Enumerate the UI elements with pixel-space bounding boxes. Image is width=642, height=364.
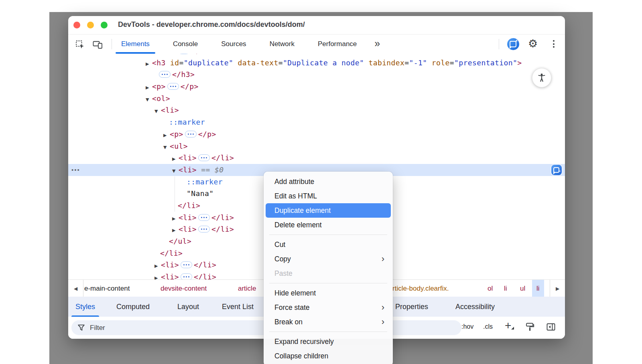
- menu-item-label: Expand recursively: [274, 338, 334, 346]
- dom-tree-row[interactable]: ▼<ul>: [68, 140, 565, 152]
- expand-arrow-icon[interactable]: ▼: [146, 94, 152, 106]
- zoom-window-button[interactable]: [101, 22, 108, 28]
- expand-arrow-icon[interactable]: ▶: [154, 260, 161, 272]
- ellipsis-expand-pill[interactable]: [185, 131, 197, 138]
- expand-arrow-icon[interactable]: ▶: [172, 213, 179, 225]
- window-titlebar[interactable]: DevTools - developer.chrome.com/docs/dev…: [68, 16, 565, 34]
- ellipsis-expand-pill[interactable]: [198, 154, 210, 161]
- dom-tree-row[interactable]: ▶<p></p>: [68, 81, 565, 93]
- inspect-element-button[interactable]: [75, 39, 85, 50]
- code-token: </ul>: [169, 237, 191, 245]
- chevron-right-icon: ▶: [556, 286, 559, 291]
- close-window-button[interactable]: [73, 22, 80, 28]
- tab-performance[interactable]: Performance: [318, 40, 357, 48]
- funnel-icon: [77, 324, 85, 332]
- code-token: </li>: [194, 261, 216, 269]
- tab-elements[interactable]: Elements: [121, 40, 150, 48]
- code-token: =: [278, 59, 283, 67]
- code-token: id: [166, 59, 179, 67]
- ellipsis-expand-pill[interactable]: [181, 261, 192, 268]
- ai-badge-icon[interactable]: ✦: [551, 165, 562, 175]
- sparkle-icon: ✦: [515, 39, 518, 43]
- menu-item-add-attribute[interactable]: Add attribute: [266, 174, 391, 189]
- breadcrumb-item-rticle-body-clearfix-[interactable]: rticle-body.clearfix.: [392, 280, 449, 297]
- breadcrumb-item-li[interactable]: li: [532, 280, 544, 297]
- sidebar-tab-computed[interactable]: Computed: [116, 297, 150, 317]
- expand-arrow-icon[interactable]: ▼: [172, 165, 179, 177]
- expand-arrow-icon[interactable]: ▼: [154, 105, 161, 117]
- expand-arrow-icon[interactable]: ▶: [172, 224, 179, 237]
- breadcrumb-item-article[interactable]: article: [238, 280, 256, 297]
- more-options-button[interactable]: [553, 40, 555, 48]
- sidebar-tab-accessibility[interactable]: Accessibility: [455, 297, 495, 317]
- breadcrumb-item-e-main-content[interactable]: e-main-content: [84, 280, 130, 297]
- new-style-rule-button[interactable]: +: [505, 319, 511, 332]
- code-token: <li>: [179, 154, 197, 162]
- code-token: =: [450, 59, 454, 67]
- expand-arrow-icon[interactable]: ▶: [163, 129, 170, 142]
- element-classes-button[interactable]: .cls: [483, 323, 493, 330]
- menu-item-duplicate-element[interactable]: Duplicate element: [266, 203, 391, 218]
- dom-tree-row[interactable]: </h3>: [68, 69, 565, 81]
- ellipsis-expand-pill[interactable]: [167, 83, 179, 90]
- more-tabs-button[interactable]: »: [374, 38, 380, 49]
- code-token: tabindex: [364, 59, 404, 67]
- ellipsis-expand-pill[interactable]: [198, 214, 210, 221]
- breadcrumb-item-devsite-content[interactable]: devsite-content: [160, 280, 207, 297]
- breadcrumb-item-li[interactable]: li: [504, 280, 507, 297]
- window-title: DevTools - developer.chrome.com/docs/dev…: [118, 20, 305, 29]
- settings-button[interactable]: ⚙: [528, 38, 538, 50]
- tab-console[interactable]: Console: [173, 40, 198, 48]
- minimize-window-button[interactable]: [87, 22, 94, 28]
- dom-tree-row[interactable]: ▶<p></p>: [68, 128, 565, 140]
- brush-icon: [525, 322, 535, 332]
- sidebar-tab-layout[interactable]: Layout: [177, 297, 199, 317]
- dom-tree-row[interactable]: ▼<li>: [68, 104, 565, 116]
- dom-tree-row[interactable]: ▶<li></li>: [68, 152, 565, 164]
- dom-tree-row[interactable]: ::marker: [68, 116, 565, 128]
- breadcrumb-item-ul[interactable]: ul: [520, 280, 525, 297]
- menu-item-break-on[interactable]: Break on›: [266, 315, 391, 329]
- menu-item-edit-as-html[interactable]: Edit as HTML: [266, 189, 391, 203]
- expand-arrow-icon[interactable]: ▶: [146, 58, 152, 70]
- sidebar-tab-event-list[interactable]: Event List: [222, 297, 254, 317]
- sidebar-tab-styles[interactable]: Styles: [75, 297, 95, 317]
- menu-item-delete-element[interactable]: Delete element: [266, 218, 391, 232]
- dom-tree-row[interactable]: </ul>: [68, 54, 565, 57]
- expand-arrow-icon[interactable]: ▶: [154, 272, 161, 279]
- toggle-element-state-button[interactable]: :hov: [461, 323, 473, 330]
- toggle-sidebar-button[interactable]: [546, 322, 556, 332]
- filter-placeholder: Filter: [90, 324, 105, 332]
- code-token: <li>: [179, 166, 197, 174]
- context-menu: Add attributeEdit as HTMLDuplicate eleme…: [264, 172, 393, 364]
- expand-arrow-icon[interactable]: ▶: [146, 82, 152, 94]
- menu-item-cut[interactable]: Cut: [266, 237, 391, 252]
- menu-item-hide-element[interactable]: Hide element: [266, 286, 391, 300]
- ellipsis-expand-pill[interactable]: [198, 226, 210, 233]
- breadcrumb-scroll-left-button[interactable]: ◀: [68, 280, 83, 297]
- expand-arrow-icon[interactable]: ▼: [163, 142, 170, 154]
- menu-item-label: Force state: [274, 303, 310, 312]
- row-more-actions[interactable]: •••: [71, 164, 80, 176]
- inspect-icon: [75, 40, 85, 49]
- dom-tree-row[interactable]: ▼<ol>: [68, 93, 565, 105]
- rendering-brush-button[interactable]: [525, 322, 535, 332]
- breadcrumb-scroll-right-button[interactable]: ▶: [550, 280, 565, 297]
- toggle-device-toolbar-button[interactable]: [92, 39, 103, 50]
- menu-separator: [269, 235, 387, 235]
- ellipsis-expand-pill[interactable]: [181, 273, 192, 279]
- ellipsis-expand-pill[interactable]: [178, 54, 190, 54]
- ai-assistant-button[interactable]: ✦: [507, 38, 519, 50]
- sidebar-tab-properties[interactable]: Properties: [395, 297, 428, 317]
- ellipsis-expand-pill[interactable]: [159, 71, 171, 78]
- menu-item-collapse-children[interactable]: Collapse children: [266, 349, 391, 363]
- expand-arrow-icon[interactable]: ▶: [172, 153, 179, 165]
- tab-sources[interactable]: Sources: [221, 40, 246, 48]
- menu-item-copy[interactable]: Copy›: [266, 252, 391, 266]
- dom-tree-row[interactable]: ▶<h3 id="duplicate" data-text="Duplicate…: [68, 57, 565, 69]
- code-token: </p>: [198, 130, 216, 138]
- tab-network[interactable]: Network: [270, 40, 295, 48]
- breadcrumb-item-ol[interactable]: ol: [488, 280, 493, 297]
- menu-item-expand-recursively[interactable]: Expand recursively: [266, 334, 391, 349]
- menu-item-force-state[interactable]: Force state›: [266, 300, 391, 315]
